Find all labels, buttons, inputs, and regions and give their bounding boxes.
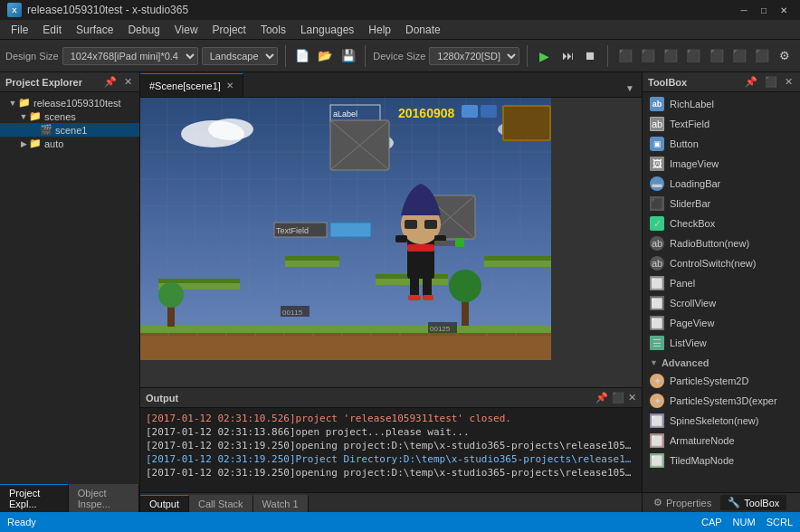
right-panel: ToolBox 📌 ⬛ ✕ ab RichLabel ab TextField …: [642, 72, 800, 512]
tree-auto[interactable]: ▶ 📁 auto: [0, 137, 139, 150]
output-line: [2017-01-12 02:31:19.250]opening project…: [146, 439, 636, 452]
toolbox-item-particle2d[interactable]: ✦ ParticleSystem2D: [643, 371, 800, 391]
svg-text:00115: 00115: [282, 309, 303, 317]
svg-rect-47: [484, 256, 551, 261]
scene-tab-close[interactable]: ✕: [226, 81, 233, 90]
menu-item-donate[interactable]: Donate: [398, 22, 448, 38]
settings-button[interactable]: ⚙: [776, 45, 795, 67]
object-inspector-tab[interactable]: Object Inspe...: [69, 484, 139, 512]
project-explorer-tab[interactable]: Project Expl...: [0, 484, 69, 512]
watch-1-tab[interactable]: Watch 1: [253, 495, 309, 512]
toolbox-tab[interactable]: 🔧 ToolBox: [720, 495, 786, 510]
toolbox-float-button[interactable]: ⬛: [763, 76, 779, 88]
toolbox-advanced-section[interactable]: ▼ Advanced: [643, 355, 800, 371]
richlabel-icon: ab: [650, 97, 664, 111]
toolbox-item-imageview[interactable]: 🖼 ImageView: [643, 154, 800, 174]
svg-rect-34: [372, 333, 399, 336]
menu-item-debug[interactable]: Debug: [120, 22, 167, 38]
tab-dropdown-arrow[interactable]: ▼: [618, 80, 642, 97]
align-middle-button[interactable]: ⬛: [707, 45, 726, 67]
call-stack-tab[interactable]: Call Stack: [189, 495, 253, 512]
toolbox-item-textfield[interactable]: ab TextField: [643, 114, 800, 134]
tree-scene1[interactable]: 🎬 scene1: [0, 123, 139, 137]
toolbar-separator-1: [285, 45, 286, 67]
window-title: release1059310test - x-studio365: [27, 4, 735, 16]
align-top-button[interactable]: ⬛: [684, 45, 703, 67]
toolbox-item-armature[interactable]: ⬜ ArmatureNode: [643, 431, 800, 451]
toolbox-pin-button[interactable]: 📌: [743, 76, 759, 88]
svg-text:20160908: 20160908: [398, 106, 455, 120]
distribute-button[interactable]: ⬛: [752, 45, 771, 67]
menu-item-project[interactable]: Project: [205, 22, 253, 38]
save-button[interactable]: 💾: [338, 45, 357, 67]
properties-tab[interactable]: ⚙ Properties: [646, 495, 719, 510]
menu-item-view[interactable]: View: [167, 22, 205, 38]
svg-rect-31: [285, 333, 312, 336]
auto-arrow: ▶: [18, 139, 29, 148]
toolbox-close-button[interactable]: ✕: [783, 76, 795, 88]
svg-rect-75: [424, 220, 437, 229]
svg-rect-38: [488, 333, 515, 336]
scene-area[interactable]: aLabel 20160908 TextField: [140, 98, 642, 387]
new-file-button[interactable]: 📄: [293, 45, 312, 67]
play-button[interactable]: ▶: [535, 45, 554, 67]
explorer-pin-button[interactable]: 📌: [102, 76, 119, 88]
menu-item-edit[interactable]: Edit: [35, 22, 69, 38]
menu-item-file[interactable]: File: [4, 22, 35, 38]
toolbox-item-pageview[interactable]: ⬜ PageView: [643, 313, 800, 333]
align-bottom-button[interactable]: ⬛: [729, 45, 748, 67]
center-panel: #Scene[scene1] ✕ ▼: [140, 72, 642, 512]
textfield-icon: ab: [650, 117, 664, 131]
spine-icon: ⬜: [650, 413, 664, 428]
button-icon: ▣: [650, 137, 664, 151]
toolbox-item-listview[interactable]: ☰ ListView: [643, 333, 800, 353]
toolbar-separator-3: [527, 45, 528, 67]
toolbox-item-tiledmap[interactable]: ⬜ TiledMapNode: [643, 451, 800, 470]
output-close-button[interactable]: ✕: [628, 392, 636, 404]
svg-rect-28: [198, 333, 225, 336]
align-center-button[interactable]: ⬛: [638, 45, 657, 67]
minimize-button[interactable]: ─: [735, 3, 753, 17]
stop-button[interactable]: ⏹: [581, 45, 600, 67]
menu-item-languages[interactable]: Languages: [293, 22, 361, 38]
toolbar-separator-2: [365, 45, 366, 67]
toolbox-item-radiobutton[interactable]: ab RadioButton(new): [643, 233, 800, 253]
output-content[interactable]: [2017-01-12 02:31:10.526]project 'releas…: [140, 408, 642, 492]
toolbox-item-scrollview[interactable]: ⬜ ScrollView: [643, 293, 800, 313]
output-float-button[interactable]: ⬛: [612, 392, 624, 404]
maximize-button[interactable]: □: [755, 3, 773, 17]
toolbox-item-spine[interactable]: ⬜ SpineSkeleton(new): [643, 411, 800, 431]
auto-label: auto: [44, 138, 63, 149]
landscape-select[interactable]: Landscape: [202, 47, 278, 65]
menu-item-surface[interactable]: Surface: [69, 22, 120, 38]
toolbox-item-controlswitch[interactable]: ab ControlSwitch(new): [643, 253, 800, 273]
design-size-select[interactable]: 1024x768[iPad mini]*0.4: [62, 47, 198, 65]
output-tab[interactable]: Output: [140, 495, 189, 512]
svg-rect-77: [395, 235, 407, 242]
svg-rect-82: [423, 295, 433, 300]
toolbox-item-button[interactable]: ▣ Button: [643, 134, 800, 154]
tree-root[interactable]: ▼ 📁 release1059310test: [0, 96, 139, 109]
device-size-select[interactable]: 1280x720[SD]: [429, 47, 519, 65]
toolbox-item-sliderbar[interactable]: ⬛ SliderBar: [643, 194, 800, 214]
toolbox-item-checkbox[interactable]: ✓ CheckBox: [643, 214, 800, 233]
scene-tab[interactable]: #Scene[scene1] ✕: [140, 73, 243, 97]
step-button[interactable]: ⏭: [557, 45, 576, 67]
particle2d-label: ParticleSystem2D: [670, 375, 748, 386]
tree-scenes[interactable]: ▼ 📁 scenes: [0, 109, 139, 123]
toolbox-item-panel[interactable]: ⬜ Panel: [643, 273, 800, 293]
explorer-close-button[interactable]: ✕: [122, 76, 134, 88]
design-size-label: Design Size: [5, 51, 59, 62]
toolbox-item-loadingbar[interactable]: ▬ LoadingBar: [643, 174, 800, 194]
output-pin-button[interactable]: 📌: [595, 392, 608, 404]
close-button[interactable]: ✕: [775, 3, 793, 17]
align-right-button[interactable]: ⬛: [661, 45, 680, 67]
open-file-button[interactable]: 📂: [316, 45, 335, 67]
toolbox-item-particle3d[interactable]: ✦ ParticleSystem3D(exper: [643, 391, 800, 411]
align-left-button[interactable]: ⬛: [615, 45, 634, 67]
toolbox-item-richlabel[interactable]: ab RichLabel: [643, 94, 800, 114]
radiobutton-icon: ab: [650, 236, 664, 251]
menu-item-help[interactable]: Help: [361, 22, 398, 38]
menu-item-tools[interactable]: Tools: [253, 22, 293, 38]
svg-rect-84: [455, 238, 464, 247]
